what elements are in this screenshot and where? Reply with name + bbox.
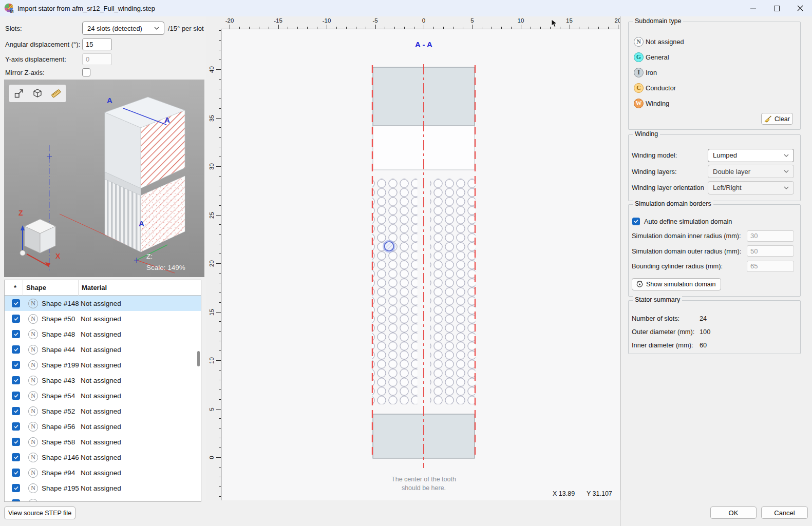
winding-title: Winding <box>633 130 660 138</box>
table-row[interactable]: NShape #58Not assigned <box>5 434 201 450</box>
row-checkbox[interactable] <box>12 422 20 431</box>
row-checkbox[interactable] <box>12 499 20 502</box>
subdomain-item-label: Iron <box>646 69 657 76</box>
ruler-top-label: -10 <box>318 17 335 24</box>
cube-view-button[interactable] <box>30 86 45 101</box>
section-view-canvas[interactable]: -20-15-10-505101520 4035302520151050 A -… <box>206 16 620 500</box>
table-row[interactable]: NShape #148Not assigned <box>5 296 201 311</box>
subdomain-item-label: Not assigned <box>646 38 684 46</box>
angular-displacement-label: Angular displacement (°): <box>5 41 80 48</box>
table-header: * Shape Material <box>5 280 201 296</box>
winding-setting-dropdown[interactable]: Lumped <box>708 149 794 162</box>
table-row[interactable]: NShape #43Not assigned <box>5 373 201 388</box>
mirror-z-checkbox[interactable] <box>82 68 90 76</box>
subdomain-g-icon: G <box>634 52 644 62</box>
winding-setting-dropdown[interactable]: Double layer <box>708 165 794 178</box>
table-row[interactable]: NShape #52Not assigned <box>5 403 201 419</box>
cursor-x-readout: X 13.89 <box>553 490 575 497</box>
table-row[interactable]: NShape #56Not assigned <box>5 419 201 434</box>
stator-summary-title: Stator summary <box>633 296 682 303</box>
cancel-button[interactable]: Cancel <box>761 506 808 519</box>
auto-define-label: Auto define simulation domain <box>644 218 732 225</box>
maximize-button[interactable] <box>765 0 788 16</box>
table-scrollbar[interactable] <box>197 351 200 366</box>
section-marker-a: A <box>107 96 112 105</box>
minimize-button[interactable] <box>741 0 765 16</box>
measure-button[interactable] <box>48 86 64 101</box>
winding-turns-left <box>372 179 418 404</box>
row-checkbox[interactable] <box>12 315 20 323</box>
subdomain-w-icon: W <box>634 99 644 108</box>
ruler-left-label: 40 <box>209 61 215 79</box>
not-assigned-icon: N <box>28 437 38 447</box>
table-row[interactable]: NShape #50Not assigned <box>5 311 201 326</box>
slots-dropdown[interactable]: 24 slots (detected) <box>82 22 164 35</box>
ruler-left-label: 0 <box>209 449 215 466</box>
row-checkbox[interactable] <box>12 484 20 492</box>
close-button[interactable] <box>788 0 812 16</box>
summary-row: Outer diameter (mm):100 <box>629 325 800 339</box>
row-checkbox[interactable] <box>12 361 20 369</box>
subdomain-item-label: General <box>646 53 669 61</box>
row-checkbox[interactable] <box>12 469 20 477</box>
angular-displacement-field[interactable]: 15 <box>82 38 112 50</box>
shape-cell: Shape #48 <box>42 330 81 338</box>
table-row[interactable]: NShape #146Not assigned <box>5 450 201 465</box>
view-step-button[interactable]: View source STEP file <box>4 506 75 519</box>
row-checkbox[interactable] <box>12 376 20 384</box>
section-marker-a: A <box>164 115 170 124</box>
material-cell: Not assigned <box>81 469 121 477</box>
right-panel: Subdomain type NNot assignedGGeneralIIro… <box>620 16 812 526</box>
winding-setting-label: Winding model: <box>632 151 677 159</box>
table-row[interactable]: NShape #48Not assigned <box>5 326 201 342</box>
table-row[interactable]: N <box>5 496 201 502</box>
not-assigned-icon: N <box>28 299 38 308</box>
table-row[interactable]: NShape #54Not assigned <box>5 388 201 403</box>
tooth-center-note: The center of the tooth <box>372 476 475 483</box>
row-checkbox[interactable] <box>12 407 20 415</box>
row-checkbox[interactable] <box>12 330 20 338</box>
axis-z-label: Z <box>18 209 23 217</box>
winding-group: Winding Winding model:LumpedWinding laye… <box>628 134 801 201</box>
material-cell: Not assigned <box>81 315 121 323</box>
summary-row: Number of slots:24 <box>629 312 800 325</box>
shape-material-table[interactable]: * Shape Material NShape #148Not assigned… <box>4 280 201 502</box>
clear-button[interactable]: Clear <box>761 113 793 125</box>
table-row[interactable]: NShape #199Not assigned <box>5 357 201 373</box>
shape-cell: Shape #56 <box>42 423 81 431</box>
sim-domain-label: Simulation domain outer radius (mm): <box>632 247 741 255</box>
auto-define-checkbox[interactable] <box>632 218 640 225</box>
row-checkbox[interactable] <box>12 392 20 400</box>
material-cell: Not assigned <box>81 392 121 400</box>
summary-value: 60 <box>700 341 707 349</box>
winding-setting-dropdown[interactable]: Left/Right <box>708 181 794 194</box>
shape-cell: Shape #195 <box>42 484 81 492</box>
show-simulation-domain-button[interactable]: Show simulation domain <box>632 278 721 290</box>
ok-button[interactable]: OK <box>710 506 757 519</box>
table-row[interactable]: NShape #44Not assigned <box>5 342 201 357</box>
table-row[interactable]: NShape #94Not assigned <box>5 465 201 480</box>
row-checkbox[interactable] <box>12 299 20 307</box>
app-logo-icon: M <box>4 3 14 13</box>
readout-x: X: <box>146 229 153 237</box>
fit-view-button[interactable] <box>11 86 27 101</box>
row-checkbox[interactable] <box>12 438 20 446</box>
ruler-top-label: 5 <box>464 17 481 24</box>
summary-label: Inner diameter (mm): <box>632 341 700 349</box>
cube-icon <box>32 88 43 99</box>
not-assigned-icon: N <box>28 376 38 385</box>
titlebar[interactable]: M Import stator from afm_sr12_Full_windi… <box>0 0 812 16</box>
winding-setting-label: Winding layer orientation <box>632 184 704 191</box>
check-icon <box>14 317 18 321</box>
winding-turns-right <box>430 179 476 404</box>
row-checkbox[interactable] <box>12 453 20 461</box>
preview-3d-viewport[interactable]: A A Z X A X: Y: Z: Scale: 149% <box>4 80 204 277</box>
sim-domain-row: Simulation domain outer radius (mm):50 <box>629 244 800 259</box>
subdomain-item-not-assigned: NNot assigned <box>629 34 800 50</box>
subdomain-item-iron: IIron <box>629 65 800 81</box>
row-checkbox[interactable] <box>12 345 20 354</box>
summary-label: Outer diameter (mm): <box>632 328 700 336</box>
table-row[interactable]: NShape #195Not assigned <box>5 480 201 496</box>
chevron-down-icon <box>784 170 789 173</box>
subdomain-n-icon: N <box>634 37 644 47</box>
